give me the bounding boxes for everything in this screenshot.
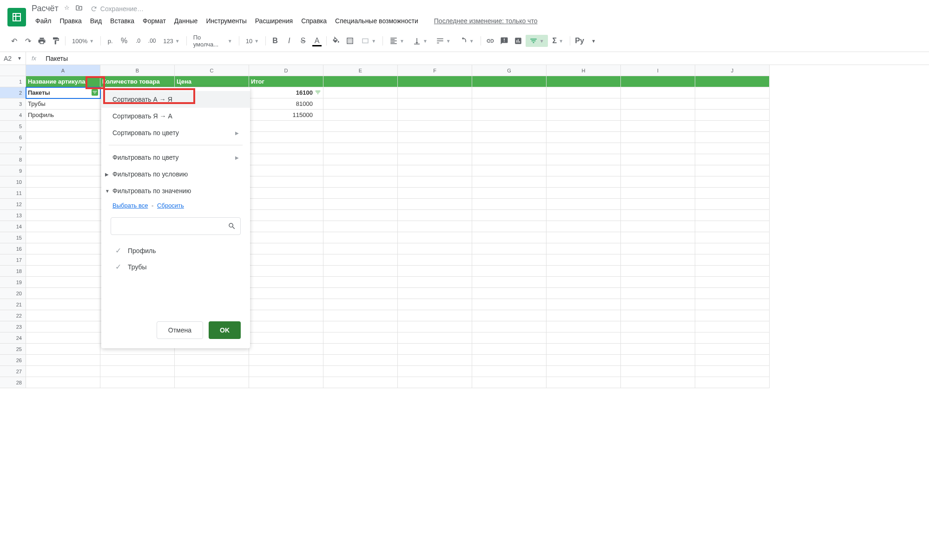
cell-H21[interactable] (547, 299, 621, 310)
cell-H28[interactable] (547, 377, 621, 388)
cell-G17[interactable] (472, 254, 547, 266)
cell-G1[interactable] (472, 76, 547, 87)
formula-bar[interactable]: Пакеты (42, 55, 929, 62)
cell-A10[interactable] (26, 176, 100, 188)
reset-link[interactable]: Сбросить (157, 202, 184, 209)
cell-F6[interactable] (398, 132, 472, 143)
menu-format[interactable]: Формат (139, 15, 170, 26)
sort-az-item[interactable]: Сортировать А → Я (101, 91, 250, 108)
cell-G7[interactable] (472, 143, 547, 154)
menu-a11y[interactable]: Специальные возможности (331, 15, 422, 26)
cell-G26[interactable] (472, 355, 547, 366)
cell-E27[interactable] (323, 366, 398, 377)
cell-J14[interactable] (695, 221, 770, 232)
number-format-select[interactable]: 123▼ (159, 36, 184, 46)
cell-J25[interactable] (695, 344, 770, 355)
cell-J8[interactable] (695, 154, 770, 165)
cell-F7[interactable] (398, 143, 472, 154)
col-header-F[interactable]: F (398, 65, 472, 76)
cell-J22[interactable] (695, 310, 770, 321)
cell-J13[interactable] (695, 210, 770, 221)
cell-E20[interactable] (323, 288, 398, 299)
print-icon[interactable] (35, 34, 48, 47)
cell-A7[interactable] (26, 143, 100, 154)
cell-G15[interactable] (472, 232, 547, 243)
menu-tools[interactable]: Инструменты (202, 15, 250, 26)
cell-B1[interactable]: Количество товара (100, 76, 175, 87)
filter-by-color-item[interactable]: Фильтровать по цвету▶ (101, 149, 250, 166)
cell-J23[interactable] (695, 321, 770, 332)
cell-I16[interactable] (621, 243, 695, 254)
row-header-6[interactable]: 6 (0, 132, 26, 143)
cell-E23[interactable] (323, 321, 398, 332)
cell-A12[interactable] (26, 199, 100, 210)
cell-J4[interactable] (695, 110, 770, 121)
undo-icon[interactable]: ↶ (7, 34, 20, 47)
select-all-link[interactable]: Выбрать все (112, 202, 148, 209)
menu-view[interactable]: Вид (86, 15, 105, 26)
cell-I4[interactable] (621, 110, 695, 121)
cell-E4[interactable] (323, 110, 398, 121)
cell-I13[interactable] (621, 210, 695, 221)
percent-button[interactable]: % (118, 34, 131, 47)
cell-E8[interactable] (323, 154, 398, 165)
cell-H13[interactable] (547, 210, 621, 221)
cell-I28[interactable] (621, 377, 695, 388)
cell-E7[interactable] (323, 143, 398, 154)
row-header-14[interactable]: 14 (0, 221, 26, 232)
cell-F2[interactable] (398, 87, 472, 98)
row-header-11[interactable]: 11 (0, 188, 26, 199)
cell-A17[interactable] (26, 254, 100, 266)
menu-extensions[interactable]: Расширения (251, 15, 296, 26)
cell-I1[interactable] (621, 76, 695, 87)
row-header-21[interactable]: 21 (0, 299, 26, 310)
cell-F21[interactable] (398, 299, 472, 310)
cell-I9[interactable] (621, 165, 695, 176)
row-header-9[interactable]: 9 (0, 165, 26, 176)
currency-button[interactable]: р. (104, 34, 117, 47)
cell-I14[interactable] (621, 221, 695, 232)
row-header-25[interactable]: 25 (0, 344, 26, 355)
cell-D5[interactable] (249, 121, 323, 132)
row-header-8[interactable]: 8 (0, 154, 26, 165)
cell-A27[interactable] (26, 366, 100, 377)
row-header-27[interactable]: 27 (0, 366, 26, 377)
cell-A18[interactable] (26, 266, 100, 277)
col-header-E[interactable]: E (323, 65, 398, 76)
cell-F23[interactable] (398, 321, 472, 332)
cell-D1[interactable]: Итог (249, 76, 323, 87)
cell-H16[interactable] (547, 243, 621, 254)
cell-F4[interactable] (398, 110, 472, 121)
cell-F24[interactable] (398, 332, 472, 344)
cell-H19[interactable] (547, 277, 621, 288)
cell-G19[interactable] (472, 277, 547, 288)
cell-H23[interactable] (547, 321, 621, 332)
cell-I19[interactable] (621, 277, 695, 288)
cell-H6[interactable] (547, 132, 621, 143)
cell-I21[interactable] (621, 299, 695, 310)
filter-by-value-item[interactable]: ▼Фильтровать по значению (101, 182, 250, 199)
row-header-17[interactable]: 17 (0, 254, 26, 266)
cell-A5[interactable] (26, 121, 100, 132)
cell-G18[interactable] (472, 266, 547, 277)
cell-I22[interactable] (621, 310, 695, 321)
cell-E6[interactable] (323, 132, 398, 143)
paint-format-icon[interactable] (49, 34, 62, 47)
cell-E1[interactable] (323, 76, 398, 87)
row-header-16[interactable]: 16 (0, 243, 26, 254)
cell-E3[interactable] (323, 98, 398, 110)
cell-E13[interactable] (323, 210, 398, 221)
cell-J3[interactable] (695, 98, 770, 110)
cell-I5[interactable] (621, 121, 695, 132)
cell-I8[interactable] (621, 154, 695, 165)
row-header-24[interactable]: 24 (0, 332, 26, 344)
cell-A21[interactable] (26, 299, 100, 310)
col-header-G[interactable]: G (472, 65, 547, 76)
cell-G24[interactable] (472, 332, 547, 344)
cell-J10[interactable] (695, 176, 770, 188)
cell-H24[interactable] (547, 332, 621, 344)
sort-by-color-item[interactable]: Сортировать по цвету▶ (101, 124, 250, 141)
row-header-15[interactable]: 15 (0, 232, 26, 243)
cell-H14[interactable] (547, 221, 621, 232)
cell-A22[interactable] (26, 310, 100, 321)
